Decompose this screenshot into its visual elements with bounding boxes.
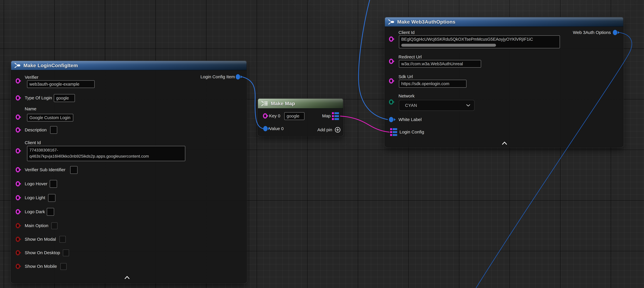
make-struct-icon (388, 19, 395, 25)
input-pin-show-on-desktop[interactable] (16, 250, 20, 255)
make-struct-icon (14, 62, 21, 69)
wire-map-to-loginconfig[interactable] (340, 116, 390, 132)
pin-label-description: Description (25, 127, 47, 132)
pin-label-type-of-login: Type Of Login (25, 95, 52, 100)
input-pin-login-config[interactable] (390, 128, 397, 136)
main-option-checkbox[interactable] (51, 222, 58, 229)
add-pin-label: Add pin (317, 127, 332, 132)
key-0-input[interactable]: google (284, 112, 304, 120)
wire-top-to-whitelabel[interactable] (358, 0, 388, 120)
pin-label-redirect-url: Redirect Url (398, 55, 422, 59)
node-make-map[interactable]: Make Map Key 0 google Map Value 0 Add pi… (258, 99, 343, 136)
input-pin-show-on-mobile[interactable] (16, 264, 20, 269)
make-map-icon (261, 100, 268, 107)
client-id-input[interactable]: 774338308167- q463s7kpvja16l4l0kko3nb925… (27, 146, 185, 161)
pin-label-show-on-mobile: Show On Mobile (25, 264, 57, 269)
logo-dark-input[interactable] (47, 208, 54, 216)
pin-label-show-on-desktop: Show On Desktop (25, 250, 60, 255)
input-pin-key-0[interactable] (263, 113, 267, 119)
verifier-sub-identifier-input[interactable] (70, 166, 78, 174)
add-pin-button[interactable]: Add pin (317, 126, 341, 133)
pin-label-value-0: Value 0 (269, 126, 284, 131)
sdk-url-input[interactable]: https://sdk.openlogin.com (399, 80, 466, 88)
show-on-desktop-checkbox[interactable] (63, 249, 69, 256)
input-pin-value-0[interactable] (263, 126, 268, 131)
input-pin-logo-dark[interactable] (16, 209, 20, 214)
node-make-loginconfigitem[interactable]: Make LoginConfigItem Login Config Item V… (11, 61, 246, 283)
pin-label-network: Network (398, 94, 414, 99)
chevron-down-icon (466, 104, 470, 107)
pin-label-white-label: White Label (398, 117, 422, 122)
output-pin-label: Web 3Auth Options (573, 30, 611, 35)
redirect-url-input[interactable]: w3a://com.w3a.Web3AuthUnreal (399, 60, 481, 68)
show-on-modal-checkbox[interactable] (60, 236, 66, 243)
node-title: Make Web3AuthOptions (397, 19, 455, 25)
input-pin-logo-light[interactable] (16, 195, 20, 200)
input-pin-main-option[interactable] (16, 223, 20, 228)
output-pin-map[interactable] (332, 112, 339, 120)
input-pin-network[interactable] (389, 99, 393, 105)
client-id-input[interactable]: BEglQSgt4cUWcj6SKRdu5QkOXTsePmMcusG5EAoy… (399, 36, 560, 48)
input-pin-logo-hover[interactable] (16, 181, 20, 186)
pin-label-logo-hover: Logo Hover (25, 181, 48, 186)
network-dropdown[interactable]: CYAN (399, 100, 474, 111)
pin-label-logo-light: Logo Light (25, 195, 45, 200)
output-pin-login-config-item[interactable] (236, 74, 240, 80)
type-of-login-input[interactable]: google (54, 94, 75, 102)
input-pin-white-label[interactable] (389, 117, 393, 122)
node-header-make-web3authoptions[interactable]: Make Web3AuthOptions (385, 17, 623, 27)
pin-label-login-config: Login Config (400, 130, 424, 134)
pin-label-name: Name (25, 106, 36, 111)
blueprint-graph-canvas[interactable]: Make LoginConfigItem Login Config Item V… (0, 0, 644, 288)
network-dropdown-value: CYAN (405, 103, 417, 108)
logo-light-input[interactable] (48, 194, 56, 202)
pin-label-logo-dark: Logo Dark (25, 209, 45, 214)
collapse-chevron-icon[interactable] (502, 141, 507, 145)
verifier-input[interactable]: web3auth-google-example (27, 80, 94, 88)
show-on-mobile-checkbox[interactable] (60, 263, 66, 270)
node-make-web3authoptions[interactable]: Make Web3AuthOptions Web 3Auth Options C… (385, 17, 623, 147)
pin-label-verifier-sub-identifier: Verifier Sub Identifier (25, 167, 65, 172)
input-pin-type-of-login[interactable] (16, 95, 20, 101)
add-pin-plus-icon (334, 126, 341, 133)
pin-label-show-on-modal: Show On Modal (25, 237, 56, 242)
input-pin-verifier-sub-identifier[interactable] (16, 167, 20, 172)
output-pin-label-map: Map (322, 113, 331, 118)
collapse-chevron-icon[interactable] (124, 276, 130, 279)
output-pin-label: Login Config Item (200, 74, 235, 79)
pin-label-client-id: Client Id (398, 30, 414, 35)
input-pin-redirect-url[interactable] (389, 59, 393, 64)
name-input[interactable]: Google Custom Login (27, 114, 73, 121)
node-title: Make LoginConfigItem (24, 63, 78, 68)
node-title: Make Map (271, 101, 295, 106)
input-pin-sdk-url[interactable] (389, 78, 393, 84)
output-pin-web3auth-options[interactable] (613, 30, 617, 35)
pin-label-verifier: Verifier (25, 75, 38, 80)
input-pin-name[interactable] (16, 114, 20, 120)
pin-label-key-0: Key 0 (269, 113, 280, 118)
description-input[interactable] (50, 126, 57, 134)
logo-hover-input[interactable] (50, 180, 57, 188)
pin-label-sdk-url: Sdk Url (398, 74, 413, 79)
pin-label-main-option: Main Option (25, 223, 48, 228)
node-header-make-map[interactable]: Make Map (258, 99, 343, 109)
node-header-make-loginconfigitem[interactable]: Make LoginConfigItem (11, 61, 246, 70)
input-pin-show-on-modal[interactable] (16, 237, 20, 242)
client-id-horizontal-scrollbar[interactable] (401, 44, 496, 47)
input-pin-client-id[interactable] (389, 37, 393, 42)
input-pin-verifier[interactable] (16, 78, 20, 84)
input-pin-client-id[interactable] (16, 148, 20, 154)
input-pin-description[interactable] (16, 127, 20, 133)
pin-label-client-id: Client Id (25, 140, 41, 145)
